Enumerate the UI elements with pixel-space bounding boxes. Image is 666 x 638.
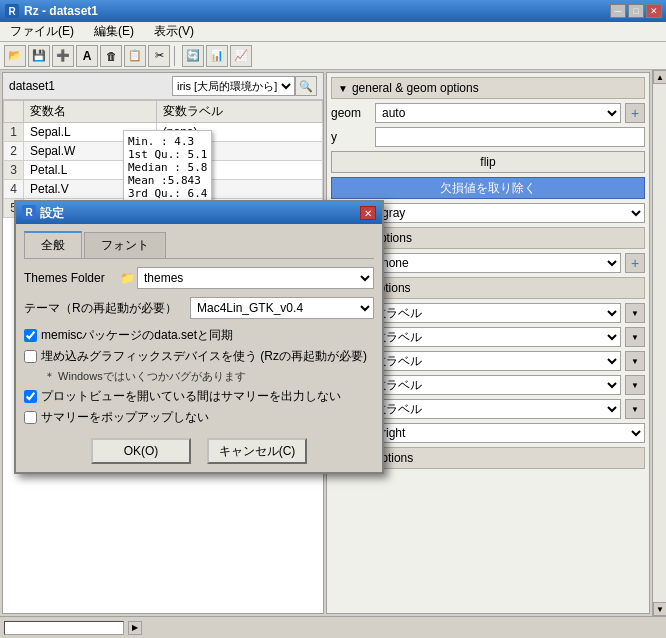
checkbox-embed-input[interactable] [24, 350, 37, 363]
tab-general[interactable]: 全般 [24, 231, 82, 258]
checkbox-plot-label: プロットビューを開いている間はサマリーを出力しない [41, 388, 341, 405]
dialog-content: 全般 フォント Themes Folder 📁 themes テーマ（Rの再起動… [16, 224, 382, 472]
dialog-title-bar: R 設定 ✕ [16, 202, 382, 224]
checkbox-summary: サマリーをポップアップしない [24, 409, 374, 426]
themes-folder-select[interactable]: themes [137, 267, 374, 289]
themes-folder-label: Themes Folder [24, 271, 114, 285]
theme-row-dialog: テーマ（Rの再起動が必要） Mac4Lin_GTK_v0.4 [24, 297, 374, 319]
checkbox-memise-input[interactable] [24, 329, 37, 342]
checkbox-summary-input[interactable] [24, 411, 37, 424]
dialog-buttons: OK(O) キャンセル(C) [24, 438, 374, 464]
checkbox-embed: 埋め込みグラフィックスデバイスを使う (Rzの再起動が必要) [24, 348, 374, 365]
checkbox-plot: プロットビューを開いている間はサマリーを出力しない [24, 388, 374, 405]
checkbox-memise: memiscパッケージのdata.setと同期 [24, 327, 374, 344]
tab-font[interactable]: フォント [84, 232, 166, 258]
svg-text:R: R [25, 207, 33, 218]
checkbox-plot-input[interactable] [24, 390, 37, 403]
dialog-title: 設定 [40, 205, 356, 222]
cancel-button[interactable]: キャンセル(C) [207, 438, 307, 464]
theme-restart-label: テーマ（Rの再起動が必要） [24, 300, 184, 317]
checkbox-memise-label: memiscパッケージのdata.setと同期 [41, 327, 233, 344]
theme-restart-select[interactable]: Mac4Lin_GTK_v0.4 [190, 297, 374, 319]
dialog-close-button[interactable]: ✕ [360, 206, 376, 220]
ok-button[interactable]: OK(O) [91, 438, 191, 464]
checkbox-sub-text: ＊ Windowsではいくつかバグがあります [44, 369, 374, 384]
dialog-overlay: R 設定 ✕ 全般 フォント Themes Folder 📁 themes [0, 0, 666, 638]
settings-dialog: R 設定 ✕ 全般 フォント Themes Folder 📁 themes [14, 200, 384, 474]
checkbox-summary-label: サマリーをポップアップしない [41, 409, 209, 426]
themes-folder-row: Themes Folder 📁 themes [24, 267, 374, 289]
dialog-tabs: 全般 フォント [24, 232, 374, 259]
folder-icon: 📁 [120, 271, 135, 285]
checkbox-embed-label: 埋め込みグラフィックスデバイスを使う (Rzの再起動が必要) [41, 348, 367, 365]
dialog-icon: R [22, 205, 36, 222]
